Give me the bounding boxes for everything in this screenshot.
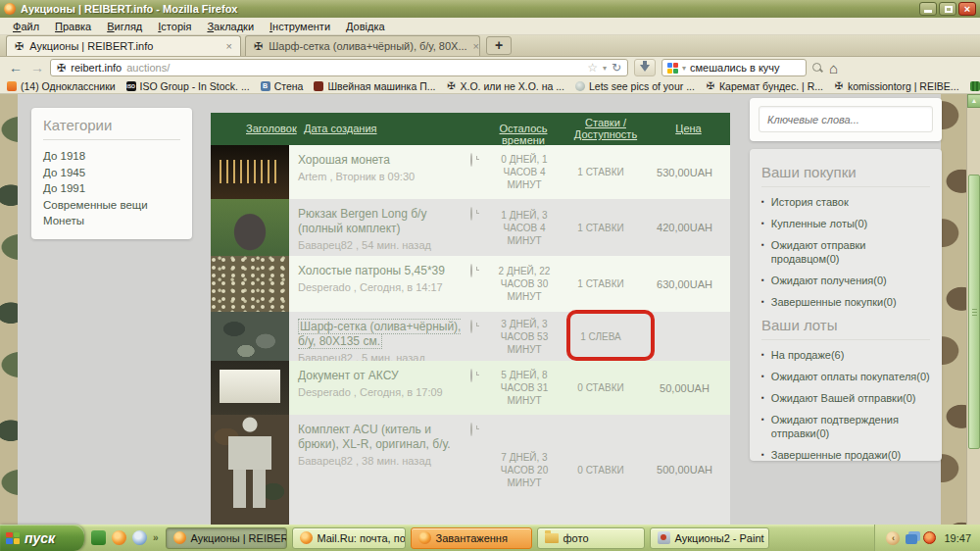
vertical-scrollbar[interactable]: ▲ <box>966 94 980 525</box>
window-title-bar: Аукционы | REIBERT.info - Mozilla Firefo… <box>0 0 980 18</box>
header-stakes[interactable]: Ставки / Доступность <box>564 117 647 140</box>
menu-history[interactable]: Історія <box>150 19 199 34</box>
tab-auctions[interactable]: ✠ Аукционы | REIBERT.info × <box>6 35 241 56</box>
reload-icon[interactable]: ↻ <box>612 61 621 75</box>
link-awaiting-your-shipment[interactable]: Ожидают Вашей отправки(0) <box>771 391 916 405</box>
menu-help[interactable]: Довідка <box>338 19 393 34</box>
lot-price: 530,00UAH <box>643 145 726 199</box>
home-icon[interactable]: ⌂ <box>829 61 838 75</box>
start-button-label: пуск <box>24 530 55 546</box>
quick-launch-overflow-chevron[interactable]: » <box>153 530 159 543</box>
bookmark-iso-group[interactable]: ISOISO Group - In Stock. ... <box>126 80 250 92</box>
scrollbar-thumb[interactable] <box>968 175 980 449</box>
menu-tools[interactable]: Інструменти <box>262 19 338 34</box>
bookmark-karemat[interactable]: ✠Каремат бундес. | R... <box>706 80 823 92</box>
url-bar[interactable]: ✠ reibert.info auctions/ ☆ ▾ ↻ <box>50 59 628 76</box>
sewing-icon <box>314 81 323 91</box>
list-item: ▪История ставок <box>761 195 930 209</box>
link-awaiting-buyer-payment[interactable]: Ожидают оплаты покупателя(0) <box>771 370 930 383</box>
bookmark-odnoklassniki[interactable]: (14) Одноклассники <box>7 80 116 92</box>
taskbar-button-auctions[interactable]: Аукционы | REIBERT... <box>166 527 287 549</box>
lot-title-link[interactable]: Комплект ACU (китель и брюки), XL-R, ори… <box>298 423 466 452</box>
bookmark-xo[interactable]: ✠Х.О. или не Х.О. на ... <box>446 80 564 92</box>
restore-button[interactable] <box>939 2 956 16</box>
tab-scarf-label: Шарф-сетка (олива+чёрный), б/у, 80X... <box>269 40 466 52</box>
bookmark-kurtki[interactable]: Куртки - Утеплител... <box>970 80 980 92</box>
menu-edit[interactable]: Правка <box>47 19 99 34</box>
link-on-sale[interactable]: На продаже(6) <box>771 348 845 362</box>
menu-file[interactable]: Файл <box>5 19 47 34</box>
header-price[interactable]: Цена <box>647 123 730 134</box>
globe-quick-launch-icon[interactable] <box>132 530 147 545</box>
taskbar-button-paint[interactable]: Аукционы2 - Paint <box>650 527 769 549</box>
list-item: ▪Завершенные продажи(0) <box>761 448 930 462</box>
keywords-search-input[interactable] <box>759 106 933 132</box>
table-row[interactable]: Холостые патроны 5,45*39Desperado , Сего… <box>211 256 730 312</box>
link-bid-history[interactable]: История ставок <box>771 195 849 209</box>
lot-thumbnail[interactable] <box>211 256 289 312</box>
hide-tray-icons-icon[interactable]: ‹ <box>886 531 900 545</box>
focused-lot-title[interactable]: Шарф-сетка (олива+чёрный), б/у, 80X135 с… <box>298 319 461 349</box>
link-bought-lots[interactable]: Купленные лоты(0) <box>771 217 867 230</box>
category-link-coins[interactable]: Монеты <box>43 213 180 229</box>
header-title[interactable]: Заголовок <box>246 123 297 134</box>
menu-view[interactable]: Вигляд <box>99 19 150 34</box>
scroll-up-icon[interactable]: ▲ <box>967 94 980 108</box>
tab-close-icon[interactable]: × <box>473 40 479 52</box>
category-link-до-1918[interactable]: До 1918 <box>43 148 180 165</box>
category-link-до-1991[interactable]: До 1991 <box>43 180 180 197</box>
bookmark-lets-see-pics[interactable]: Lets see pics of your ... <box>575 80 695 92</box>
network-tray-icon[interactable] <box>906 534 917 544</box>
start-button[interactable]: пуск <box>0 525 84 551</box>
close-button[interactable]: × <box>958 2 976 16</box>
link-awaiting-receipt[interactable]: Ожидают получения(0) <box>771 274 887 287</box>
google-icon <box>667 63 678 74</box>
application-tray-icon[interactable] <box>923 531 936 544</box>
category-link-до-1945[interactable]: До 1945 <box>43 165 180 181</box>
link-completed-sales[interactable]: Завершенные продажи(0) <box>771 448 901 462</box>
taskbar-button-photo-folder[interactable]: фото <box>537 527 645 549</box>
category-link-modern[interactable]: Современные вещи <box>43 197 180 214</box>
bookmark-sewing-machine[interactable]: Швейная машинка П... <box>314 80 435 92</box>
lot-thumbnail[interactable] <box>211 145 289 199</box>
firefox-quick-launch-icon[interactable] <box>112 530 126 545</box>
lot-title-link[interactable]: Холостые патроны 5,45*39 <box>298 264 466 278</box>
lot-thumbnail[interactable] <box>211 361 289 415</box>
lot-stakes: 0 СТАВКИ <box>559 415 643 525</box>
tab-scarf[interactable]: ✠ Шарф-сетка (олива+чёрный), б/у, 80X...… <box>245 35 480 56</box>
link-completed-purchases[interactable]: Завершенные покупки(0) <box>771 295 897 309</box>
table-row[interactable]: Комплект ACU (китель и брюки), XL-R, ори… <box>211 415 730 525</box>
header-date-created[interactable]: Дата создания <box>304 123 377 134</box>
back-button[interactable]: ← <box>7 60 24 75</box>
bookmark-komissiontorg[interactable]: ✠komissiontorg | REIBE... <box>834 80 959 92</box>
bookmark-stena[interactable]: ВСтена <box>261 80 304 92</box>
web-search-box[interactable]: ▾ <box>662 59 807 76</box>
web-search-input[interactable] <box>690 62 801 74</box>
bookmark-star-icon[interactable]: ☆ <box>587 61 598 75</box>
taskbar-button-downloads[interactable]: Завантаження <box>411 527 532 549</box>
red-highlight-annotation <box>566 310 655 361</box>
lot-title-link[interactable]: Документ от АКСУ <box>298 369 466 383</box>
download-button[interactable] <box>634 59 656 76</box>
lot-title-link[interactable]: Рюкзак Bergen Long б/у (полный комплект) <box>298 207 466 236</box>
table-row[interactable]: Рюкзак Bergen Long б/у (полный комплект)… <box>211 199 730 256</box>
header-time-left[interactable]: Осталось времени <box>482 123 564 146</box>
lot-title-link[interactable]: Хорошая монета <box>298 153 466 168</box>
table-row[interactable]: Документ от АКСУDesperado , Сегодня, в 1… <box>211 361 730 415</box>
quick-launch-icon[interactable] <box>91 530 106 545</box>
tab-close-icon[interactable]: × <box>226 40 232 52</box>
menu-bookmarks[interactable]: Закладки <box>199 19 262 34</box>
minimize-button[interactable] <box>919 2 937 16</box>
table-row[interactable]: Хорошая монетаArtem , Вторник в 09:30 0 … <box>211 145 730 199</box>
lot-thumbnail[interactable] <box>211 199 289 256</box>
taskbar-button-mailru[interactable]: Mail.Ru: почта, поис... <box>292 527 406 549</box>
new-tab-button[interactable]: + <box>486 36 512 55</box>
search-magnifier-icon[interactable] <box>812 63 823 74</box>
forward-button[interactable]: → <box>30 60 44 75</box>
star-dropdown-icon[interactable]: ▾ <box>603 64 607 73</box>
lot-thumbnail[interactable] <box>211 415 289 525</box>
lot-thumbnail[interactable] <box>211 312 289 361</box>
link-awaiting-shipment-confirmation[interactable]: Ожидают подтверждения отправки(0) <box>771 413 930 440</box>
link-awaiting-seller-shipment[interactable]: Ожидают отправки продавцом(0) <box>771 238 930 266</box>
search-engine-dropdown-icon[interactable]: ▾ <box>682 64 686 73</box>
